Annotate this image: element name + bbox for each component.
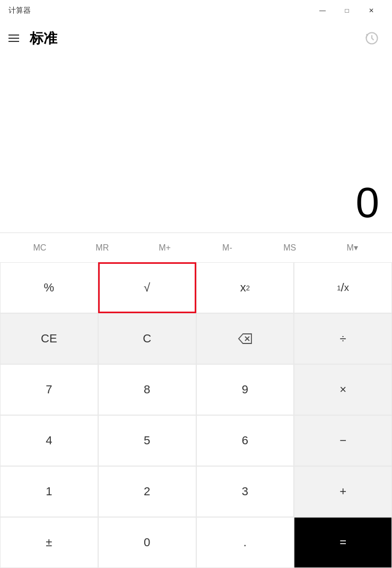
subtract-button[interactable]: − <box>294 415 392 466</box>
minimize-button[interactable]: — <box>310 2 335 19</box>
divide-button[interactable]: ÷ <box>294 313 392 364</box>
ms-button[interactable]: MS <box>258 239 321 257</box>
plusminus-button[interactable]: ± <box>0 517 98 568</box>
mr-button[interactable]: MR <box>71 239 134 257</box>
eight-button[interactable]: 8 <box>98 364 196 415</box>
nine-button[interactable]: 9 <box>196 364 294 415</box>
add-button[interactable]: + <box>294 466 392 517</box>
five-button[interactable]: 5 <box>98 415 196 466</box>
mplus-button[interactable]: M+ <box>134 239 196 257</box>
menu-button[interactable] <box>8 35 19 42</box>
multiply-button[interactable]: × <box>294 364 392 415</box>
history-button[interactable] <box>364 31 379 46</box>
three-button[interactable]: 3 <box>196 466 294 517</box>
square-button[interactable]: x2 <box>196 262 294 313</box>
display-value: 0 <box>356 182 380 224</box>
title-bar: 计算器 — □ ✕ <box>0 0 392 21</box>
seven-button[interactable]: 7 <box>0 364 98 415</box>
header-left: 标准 <box>8 29 57 48</box>
calculator-window: 计算器 — □ ✕ 标准 0 MC MR M+ <box>0 0 392 568</box>
decimal-button[interactable]: . <box>196 517 294 568</box>
display-area: 0 <box>0 53 392 233</box>
six-button[interactable]: 6 <box>196 415 294 466</box>
close-button[interactable]: ✕ <box>359 2 384 19</box>
sqrt-button[interactable]: √ <box>98 262 196 313</box>
ce-button[interactable]: CE <box>0 313 98 364</box>
maximize-button[interactable]: □ <box>335 2 359 19</box>
c-button[interactable]: C <box>98 313 196 364</box>
backspace-button[interactable] <box>196 313 294 364</box>
one-button[interactable]: 1 <box>0 466 98 517</box>
window-title: 计算器 <box>8 6 31 15</box>
zero-button[interactable]: 0 <box>98 517 196 568</box>
four-button[interactable]: 4 <box>0 415 98 466</box>
memory-row: MC MR M+ M- MS M▾ <box>0 233 392 262</box>
mrecall-button[interactable]: M▾ <box>321 238 384 257</box>
calculator-mode-title: 标准 <box>30 29 57 48</box>
mc-button[interactable]: MC <box>8 239 71 257</box>
equals-button[interactable]: = <box>294 517 392 568</box>
reciprocal-button[interactable]: 1/x <box>294 262 392 313</box>
window-controls: — □ ✕ <box>310 2 384 19</box>
percent-button[interactable]: % <box>0 262 98 313</box>
two-button[interactable]: 2 <box>98 466 196 517</box>
button-grid: % √ x2 1/x CE C ÷ 7 8 9 × 4 5 6 − 1 2 3 … <box>0 262 392 568</box>
mminus-button[interactable]: M- <box>196 239 258 257</box>
header: 标准 <box>0 21 392 53</box>
